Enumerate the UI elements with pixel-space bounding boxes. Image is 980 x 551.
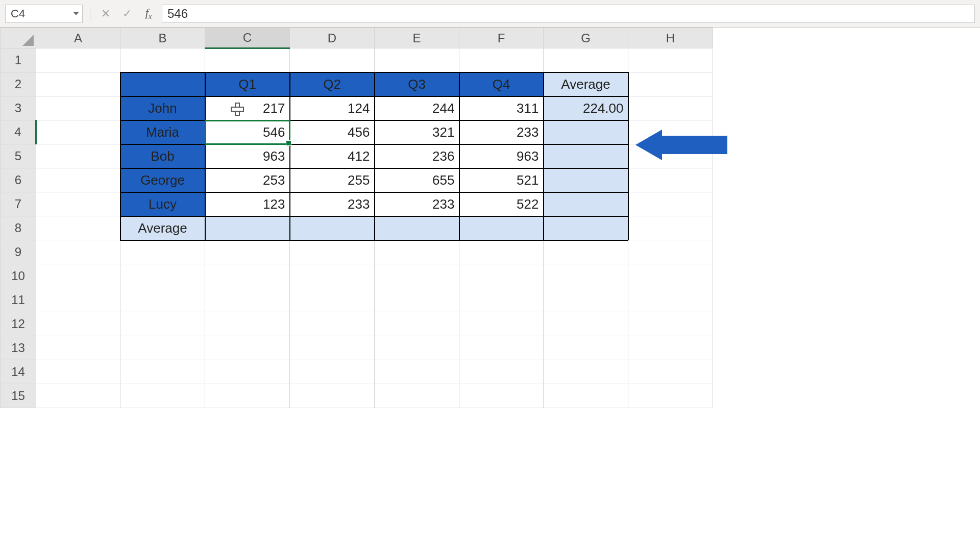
cell-G1[interactable]	[544, 48, 628, 72]
cell-F7[interactable]: 522	[459, 192, 544, 216]
cell-A10[interactable]	[36, 264, 120, 288]
cell-C11[interactable]	[205, 288, 290, 312]
cell-D4[interactable]: 456	[290, 120, 375, 144]
cell-B15[interactable]	[120, 384, 205, 408]
cell-D9[interactable]	[290, 240, 375, 264]
formula-input[interactable]	[162, 5, 975, 23]
cell-B14[interactable]	[120, 360, 205, 384]
cell-H15[interactable]	[628, 384, 713, 408]
cell-A5[interactable]	[36, 144, 120, 168]
cell-H14[interactable]	[628, 360, 713, 384]
cell-A4[interactable]	[36, 120, 120, 144]
cell-A13[interactable]	[36, 336, 120, 360]
cell-E3[interactable]: 244	[375, 96, 459, 120]
cell-G13[interactable]	[544, 336, 628, 360]
cell-H4[interactable]	[628, 120, 713, 144]
cell-D6[interactable]: 255	[290, 168, 375, 192]
row-header-4[interactable]: 4	[1, 120, 36, 144]
cell-B11[interactable]	[120, 288, 205, 312]
cell-C15[interactable]	[205, 384, 290, 408]
cell-D11[interactable]	[290, 288, 375, 312]
col-header-H[interactable]: H	[628, 28, 713, 48]
name-box[interactable]: C4	[5, 5, 83, 23]
row-header-11[interactable]: 11	[1, 288, 36, 312]
cell-G5[interactable]	[544, 144, 628, 168]
cell-E9[interactable]	[375, 240, 459, 264]
cell-G3[interactable]: 224.00	[544, 96, 628, 120]
cell-D5[interactable]: 412	[290, 144, 375, 168]
enter-button[interactable]: ✓	[119, 6, 135, 22]
cell-H3[interactable]	[628, 96, 713, 120]
row-header-5[interactable]: 5	[1, 144, 36, 168]
cell-F6[interactable]: 521	[459, 168, 544, 192]
cell-H10[interactable]	[628, 264, 713, 288]
row-header-13[interactable]: 13	[1, 336, 36, 360]
cell-F11[interactable]	[459, 288, 544, 312]
cell-G12[interactable]	[544, 312, 628, 336]
cell-B1[interactable]	[120, 48, 205, 72]
row-header-10[interactable]: 10	[1, 264, 36, 288]
cell-B3[interactable]: John	[120, 96, 205, 120]
select-all-corner[interactable]	[1, 28, 36, 48]
cell-A9[interactable]	[36, 240, 120, 264]
cell-F2[interactable]: Q4	[459, 72, 544, 96]
row-header-7[interactable]: 7	[1, 192, 36, 216]
cell-F3[interactable]: 311	[459, 96, 544, 120]
cell-E13[interactable]	[375, 336, 459, 360]
cell-A3[interactable]	[36, 96, 120, 120]
cell-F15[interactable]	[459, 384, 544, 408]
row-header-15[interactable]: 15	[1, 384, 36, 408]
col-header-D[interactable]: D	[290, 28, 375, 48]
row-header-1[interactable]: 1	[1, 48, 36, 72]
cell-F4[interactable]: 233	[459, 120, 544, 144]
cancel-button[interactable]: ✕	[97, 6, 114, 22]
col-header-E[interactable]: E	[375, 28, 459, 48]
cell-E2[interactable]: Q3	[375, 72, 459, 96]
cell-B2[interactable]	[120, 72, 205, 96]
cell-H6[interactable]	[628, 168, 713, 192]
col-header-B[interactable]: B	[120, 28, 205, 48]
cell-D14[interactable]	[290, 360, 375, 384]
cell-A1[interactable]	[36, 48, 120, 72]
cell-C6[interactable]: 253	[205, 168, 290, 192]
cell-H2[interactable]	[628, 72, 713, 96]
cell-G14[interactable]	[544, 360, 628, 384]
cell-B5[interactable]: Bob	[120, 144, 205, 168]
cell-C9[interactable]	[205, 240, 290, 264]
cell-A12[interactable]	[36, 312, 120, 336]
cell-C5[interactable]: 963	[205, 144, 290, 168]
cell-A2[interactable]	[36, 72, 120, 96]
cell-B13[interactable]	[120, 336, 205, 360]
cell-C1[interactable]	[205, 48, 290, 72]
cell-E14[interactable]	[375, 360, 459, 384]
cell-F13[interactable]	[459, 336, 544, 360]
cell-E10[interactable]	[375, 264, 459, 288]
cell-G9[interactable]	[544, 240, 628, 264]
cell-A11[interactable]	[36, 288, 120, 312]
cell-B9[interactable]	[120, 240, 205, 264]
cell-B12[interactable]	[120, 312, 205, 336]
cell-E15[interactable]	[375, 384, 459, 408]
cell-G8[interactable]	[544, 216, 628, 240]
cell-H1[interactable]	[628, 48, 713, 72]
cell-F14[interactable]	[459, 360, 544, 384]
cell-E4[interactable]: 321	[375, 120, 459, 144]
cell-E1[interactable]	[375, 48, 459, 72]
cell-H9[interactable]	[628, 240, 713, 264]
cell-B4[interactable]: Maria	[120, 120, 205, 144]
cell-B7[interactable]: Lucy	[120, 192, 205, 216]
col-header-A[interactable]: A	[36, 28, 120, 48]
cell-D3[interactable]: 124	[290, 96, 375, 120]
cell-G15[interactable]	[544, 384, 628, 408]
cell-E7[interactable]: 233	[375, 192, 459, 216]
cell-G6[interactable]	[544, 168, 628, 192]
cell-F8[interactable]	[459, 216, 544, 240]
cell-D8[interactable]	[290, 216, 375, 240]
cell-D15[interactable]	[290, 384, 375, 408]
cell-E12[interactable]	[375, 312, 459, 336]
row-header-14[interactable]: 14	[1, 360, 36, 384]
cell-E8[interactable]	[375, 216, 459, 240]
col-header-F[interactable]: F	[459, 28, 544, 48]
cell-F5[interactable]: 963	[459, 144, 544, 168]
cell-E6[interactable]: 655	[375, 168, 459, 192]
